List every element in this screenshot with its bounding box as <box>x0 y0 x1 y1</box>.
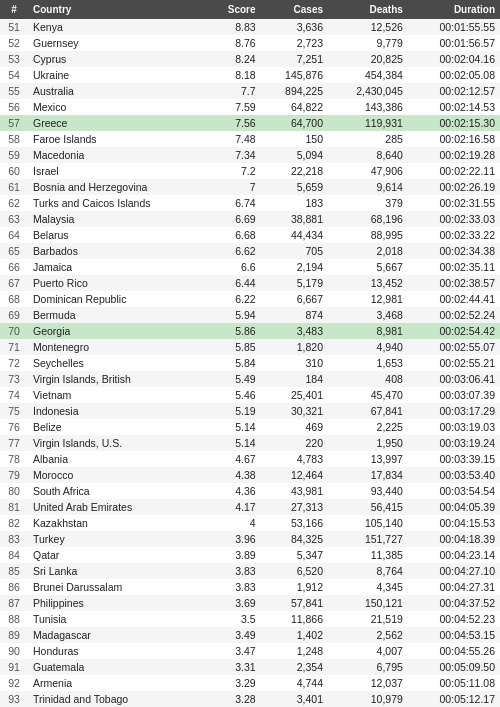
cell-country: Puerto Rico <box>28 275 207 291</box>
cell-country: Cyprus <box>28 51 207 67</box>
cell-rank: 89 <box>0 627 28 643</box>
cell-score: 3.49 <box>207 627 260 643</box>
cell-score: 5.14 <box>207 419 260 435</box>
cell-rank: 83 <box>0 531 28 547</box>
cell-country: Ukraine <box>28 67 207 83</box>
cell-deaths: 45,470 <box>328 387 408 403</box>
cell-score: 5.19 <box>207 403 260 419</box>
cell-cases: 5,094 <box>261 147 328 163</box>
cell-deaths: 4,940 <box>328 339 408 355</box>
col-header-cases: Cases <box>261 0 328 19</box>
cell-deaths: 408 <box>328 371 408 387</box>
cell-country: Macedonia <box>28 147 207 163</box>
cell-rank: 71 <box>0 339 28 355</box>
cell-duration: 00:04:27.31 <box>408 579 500 595</box>
cell-rank: 87 <box>0 595 28 611</box>
cell-duration: 00:05:11.08 <box>408 675 500 691</box>
cell-duration: 00:04:37.52 <box>408 595 500 611</box>
cell-country: Kazakhstan <box>28 515 207 531</box>
cell-duration: 00:01:55.55 <box>408 19 500 35</box>
table-row: 70Georgia5.863,4838,98100:02:54.42 <box>0 323 500 339</box>
cell-duration: 00:02:55.21 <box>408 355 500 371</box>
cell-country: Faroe Islands <box>28 131 207 147</box>
table-row: 88Tunisia3.511,86621,51900:04:52.23 <box>0 611 500 627</box>
cell-cases: 57,841 <box>261 595 328 611</box>
cell-cases: 5,659 <box>261 179 328 195</box>
cell-duration: 00:02:35.11 <box>408 259 500 275</box>
cell-deaths: 379 <box>328 195 408 211</box>
table-row: 51Kenya8.833,63612,52600:01:55.55 <box>0 19 500 35</box>
cell-score: 3.31 <box>207 659 260 675</box>
table-row: 67Puerto Rico6.445,17913,45200:02:38.57 <box>0 275 500 291</box>
cell-rank: 65 <box>0 243 28 259</box>
cell-country: Indonesia <box>28 403 207 419</box>
cell-country: South Africa <box>28 483 207 499</box>
cell-score: 5.49 <box>207 371 260 387</box>
cell-country: Bosnia and Herzegovina <box>28 179 207 195</box>
cell-rank: 60 <box>0 163 28 179</box>
cell-duration: 00:04:15.53 <box>408 515 500 531</box>
table-row: 61Bosnia and Herzegovina75,6599,61400:02… <box>0 179 500 195</box>
cell-country: Armenia <box>28 675 207 691</box>
table-row: 84Qatar3.895,34711,38500:04:23.14 <box>0 547 500 563</box>
cell-deaths: 4,007 <box>328 643 408 659</box>
cell-deaths: 47,906 <box>328 163 408 179</box>
cell-rank: 69 <box>0 307 28 323</box>
table-row: 76Belize5.144692,22500:03:19.03 <box>0 419 500 435</box>
cell-country: Madagascar <box>28 627 207 643</box>
cell-duration: 00:03:07.39 <box>408 387 500 403</box>
table-row: 68Dominican Republic6.226,66712,98100:02… <box>0 291 500 307</box>
table-row: 78Albania4.674,78313,99700:03:39.15 <box>0 451 500 467</box>
cell-deaths: 68,196 <box>328 211 408 227</box>
cell-rank: 63 <box>0 211 28 227</box>
cell-cases: 469 <box>261 419 328 435</box>
cell-cases: 38,881 <box>261 211 328 227</box>
table-row: 79Morocco4.3812,46417,83400:03:53.40 <box>0 467 500 483</box>
cell-duration: 00:02:31.55 <box>408 195 500 211</box>
cell-score: 3.89 <box>207 547 260 563</box>
cell-score: 5.86 <box>207 323 260 339</box>
cell-rank: 78 <box>0 451 28 467</box>
cell-score: 6.62 <box>207 243 260 259</box>
table-row: 60Israel7.222,21847,90600:02:22.11 <box>0 163 500 179</box>
cell-duration: 00:02:14.53 <box>408 99 500 115</box>
cell-duration: 00:02:04.16 <box>408 51 500 67</box>
cell-duration: 00:03:54.54 <box>408 483 500 499</box>
cell-deaths: 9,779 <box>328 35 408 51</box>
cell-rank: 62 <box>0 195 28 211</box>
cell-rank: 58 <box>0 131 28 147</box>
cell-country: Greece <box>28 115 207 131</box>
table-row: 75Indonesia5.1930,32167,84100:03:17.29 <box>0 403 500 419</box>
cell-cases: 22,218 <box>261 163 328 179</box>
cell-deaths: 2,430,045 <box>328 83 408 99</box>
cell-deaths: 143,386 <box>328 99 408 115</box>
cell-country: Qatar <box>28 547 207 563</box>
cell-deaths: 2,562 <box>328 627 408 643</box>
cell-rank: 53 <box>0 51 28 67</box>
table-row: 52Guernsey8.762,7239,77900:01:56.57 <box>0 35 500 51</box>
cell-deaths: 454,384 <box>328 67 408 83</box>
cell-rank: 67 <box>0 275 28 291</box>
cell-country: United Arab Emirates <box>28 499 207 515</box>
cell-cases: 43,981 <box>261 483 328 499</box>
cell-country: Vietnam <box>28 387 207 403</box>
cell-duration: 00:03:39.15 <box>408 451 500 467</box>
cell-duration: 00:04:52.23 <box>408 611 500 627</box>
cell-country: Tunisia <box>28 611 207 627</box>
cell-cases: 11,866 <box>261 611 328 627</box>
cell-cases: 30,321 <box>261 403 328 419</box>
col-header-score: Score <box>207 0 260 19</box>
cell-deaths: 11,385 <box>328 547 408 563</box>
cell-rank: 77 <box>0 435 28 451</box>
table-row: 80South Africa4.3643,98193,44000:03:54.5… <box>0 483 500 499</box>
cell-cases: 1,248 <box>261 643 328 659</box>
cell-cases: 2,194 <box>261 259 328 275</box>
cell-country: Israel <box>28 163 207 179</box>
table-row: 87Philippines3.6957,841150,12100:04:37.5… <box>0 595 500 611</box>
cell-rank: 64 <box>0 227 28 243</box>
cell-deaths: 4,345 <box>328 579 408 595</box>
cell-rank: 82 <box>0 515 28 531</box>
cell-deaths: 93,440 <box>328 483 408 499</box>
cell-score: 5.14 <box>207 435 260 451</box>
cell-score: 7.48 <box>207 131 260 147</box>
